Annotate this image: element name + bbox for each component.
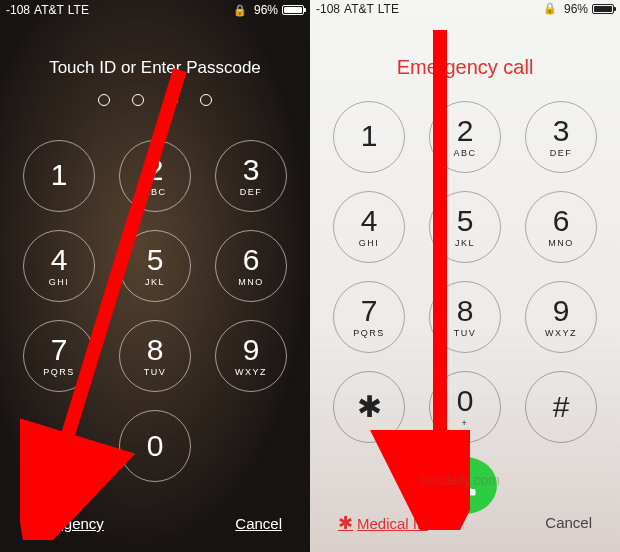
cancel-button[interactable]: Cancel [235, 515, 282, 532]
key-star[interactable]: ✱ [333, 371, 405, 443]
phone-icon [451, 471, 479, 499]
status-bar: -108 AT&T LTE 🔒 96% [310, 0, 620, 18]
key-4[interactable]: 4GHI [333, 191, 405, 263]
medical-id-label: Medical ID [357, 515, 428, 532]
network-type: LTE [68, 3, 89, 17]
carrier-name: AT&T [34, 3, 64, 17]
signal-strength: -108 [316, 2, 340, 16]
passcode-screen: -108 AT&T LTE 🔒 96% Touch ID or Enter Pa… [0, 0, 310, 552]
cancel-button[interactable]: Cancel [545, 514, 592, 532]
key-0[interactable]: 0+ [429, 371, 501, 443]
key-0[interactable]: 0 [119, 410, 191, 482]
key-3[interactable]: 3DEF [215, 140, 287, 212]
key-7[interactable]: 7PQRS [23, 320, 95, 392]
passcode-dot [98, 94, 110, 106]
key-7[interactable]: 7PQRS [333, 281, 405, 353]
passcode-keypad: 1 2ABC 3DEF 4GHI 5JKL 6MNO 7PQRS 8TUV 9W… [0, 140, 310, 482]
key-8[interactable]: 8TUV [119, 320, 191, 392]
carrier-name: AT&T [344, 2, 374, 16]
key-5[interactable]: 5JKL [119, 230, 191, 302]
lock-icon: 🔒 [233, 4, 247, 17]
key-5[interactable]: 5JKL [429, 191, 501, 263]
key-4[interactable]: 4GHI [23, 230, 95, 302]
key-9[interactable]: 9WXYZ [525, 281, 597, 353]
key-1[interactable]: 1 [23, 140, 95, 212]
passcode-title: Touch ID or Enter Passcode [0, 58, 310, 78]
key-hash[interactable]: # [525, 371, 597, 443]
emergency-title: Emergency call [310, 56, 620, 79]
key-6[interactable]: 6MNO [525, 191, 597, 263]
status-bar: -108 AT&T LTE 🔒 96% [0, 0, 310, 20]
network-type: LTE [378, 2, 399, 16]
key-1[interactable]: 1 [333, 101, 405, 173]
key-6[interactable]: 6MNO [215, 230, 287, 302]
battery-percent: 96% [564, 2, 588, 16]
emergency-button[interactable]: Emergency [28, 515, 104, 532]
passcode-dots [0, 94, 310, 106]
battery-icon [592, 4, 614, 14]
dialer-keypad: 1 2ABC 3DEF 4GHI 5JKL 6MNO 7PQRS 8TUV 9W… [310, 101, 620, 443]
passcode-dot [166, 94, 178, 106]
passcode-dot [132, 94, 144, 106]
key-2[interactable]: 2ABC [119, 140, 191, 212]
key-9[interactable]: 9WXYZ [215, 320, 287, 392]
lock-icon: 🔒 [543, 2, 557, 15]
key-2[interactable]: 2ABC [429, 101, 501, 173]
emergency-call-screen: -108 AT&T LTE 🔒 96% Emergency call 1 2AB… [310, 0, 620, 552]
key-8[interactable]: 8TUV [429, 281, 501, 353]
key-3[interactable]: 3DEF [525, 101, 597, 173]
medical-id-button[interactable]: ✱ Medical ID [338, 514, 428, 532]
passcode-dot [200, 94, 212, 106]
medical-asterisk-icon: ✱ [338, 514, 353, 532]
signal-strength: -108 [6, 3, 30, 17]
battery-icon [282, 5, 304, 15]
call-button[interactable] [433, 457, 497, 514]
battery-percent: 96% [254, 3, 278, 17]
